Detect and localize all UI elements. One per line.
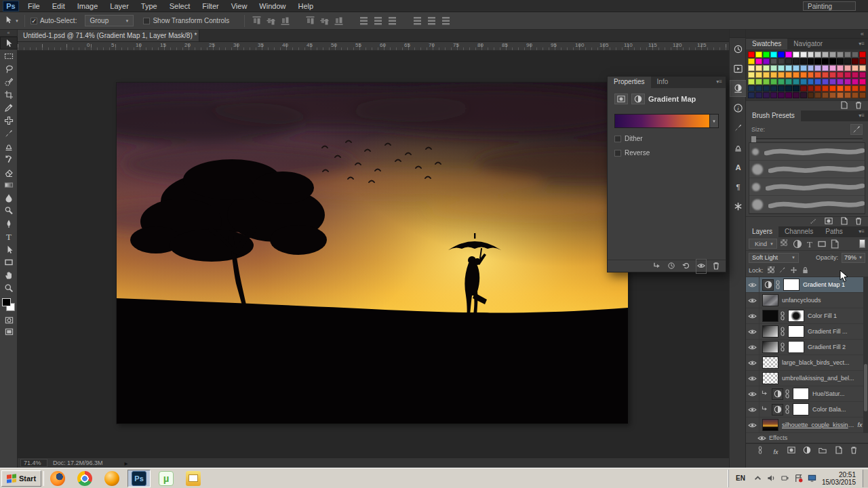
lock-all-icon[interactable] <box>802 266 809 275</box>
menu-select[interactable]: Select <box>163 0 197 12</box>
color-swatch-widget[interactable] <box>0 297 18 314</box>
delete-layer-icon[interactable] <box>850 445 858 457</box>
zoom-tool[interactable] <box>0 281 18 294</box>
layer-row[interactable]: silhouette_couple_kissing_unfx▴ <box>746 418 868 433</box>
layer-name[interactable]: Color Fill 1 <box>808 312 868 319</box>
brush-preset-item[interactable] <box>749 196 865 214</box>
layer-row[interactable]: Gradient Map 1 <box>746 277 868 293</box>
crop-tool[interactable] <box>0 88 18 101</box>
color-swatch[interactable] <box>844 72 851 78</box>
layer-thumbnail[interactable] <box>762 294 778 306</box>
menu-image[interactable]: Image <box>71 0 104 12</box>
collapse-panels-handle[interactable]: « <box>746 30 868 39</box>
previous-state-icon[interactable] <box>667 260 675 272</box>
layer-name[interactable]: Hue/Satur... <box>812 390 868 397</box>
eyedropper-tool[interactable] <box>0 101 18 114</box>
color-swatch[interactable] <box>808 58 814 64</box>
show-transform-checkbox[interactable]: Show Transform Controls <box>143 17 229 24</box>
layer-name[interactable]: Gradient Fill ... <box>808 328 868 335</box>
layer-name[interactable]: silhouette_couple_kissing_un <box>782 422 856 428</box>
color-swatch[interactable] <box>837 92 844 98</box>
document-image[interactable] <box>117 83 628 424</box>
status-flyout-arrow[interactable]: ▸ <box>125 460 128 467</box>
foreground-color-swatch[interactable] <box>2 298 11 306</box>
color-swatch[interactable] <box>800 79 807 85</box>
color-swatch[interactable] <box>808 65 814 71</box>
distribute-right-icon[interactable] <box>441 16 451 26</box>
color-swatch[interactable] <box>770 58 777 64</box>
type-filter-icon[interactable]: T <box>805 239 814 249</box>
color-swatch[interactable] <box>785 79 792 85</box>
adjustment-icon[interactable] <box>772 404 783 415</box>
opacity-dropdown[interactable]: 79% ▼ <box>842 253 865 263</box>
layer-name[interactable]: unfancyclouds <box>782 297 868 304</box>
color-swatch[interactable] <box>770 79 777 85</box>
align-middle-icon[interactable] <box>266 16 276 26</box>
color-swatch[interactable] <box>748 72 755 78</box>
tab-info[interactable]: Info <box>651 77 675 88</box>
color-swatch[interactable] <box>837 85 844 92</box>
menu-file[interactable]: File <box>22 0 46 12</box>
layer-row[interactable]: Color Fill 1 <box>746 308 868 324</box>
color-swatch[interactable] <box>755 92 762 98</box>
color-swatch[interactable] <box>814 65 821 71</box>
visibility-eye-icon[interactable] <box>746 324 760 339</box>
color-swatch[interactable] <box>808 52 814 58</box>
link-layers-icon[interactable] <box>756 445 764 457</box>
menu-filter[interactable]: Filter <box>196 0 224 12</box>
layer-name[interactable]: Gradient Fill 2 <box>808 344 868 350</box>
visibility-eye-icon[interactable] <box>746 340 760 354</box>
layer-name[interactable]: Color Bala... <box>812 406 868 413</box>
orange-orb-taskbar-button[interactable] <box>100 470 123 487</box>
color-swatch[interactable] <box>763 65 770 71</box>
show-desktop-button[interactable] <box>863 470 868 487</box>
layers-scrollbar[interactable] <box>863 277 868 433</box>
layer-mask-thumbnail[interactable] <box>783 279 800 291</box>
add-mask-icon[interactable] <box>787 445 795 457</box>
color-swatch[interactable] <box>748 85 755 92</box>
color-swatch[interactable] <box>822 72 829 78</box>
layer-thumbnail[interactable] <box>762 357 778 369</box>
color-swatch[interactable] <box>770 52 777 58</box>
color-swatch[interactable] <box>763 79 770 85</box>
reset-icon[interactable] <box>682 260 690 272</box>
new-swatch-icon[interactable] <box>840 100 848 112</box>
color-swatch[interactable] <box>763 58 770 64</box>
clone-source-icon[interactable] <box>730 139 747 156</box>
color-swatch[interactable] <box>852 85 859 92</box>
layer-row[interactable]: umbrellakissing_and_bel... <box>746 371 868 386</box>
panel-menu-icon[interactable]: ▾≡ <box>859 226 868 237</box>
color-swatch[interactable] <box>770 85 777 92</box>
distribute-middle-icon[interactable] <box>373 16 383 26</box>
layer-row[interactable]: Gradient Fill ... <box>746 324 868 340</box>
color-swatch[interactable] <box>837 58 844 64</box>
color-swatch[interactable] <box>829 92 836 98</box>
brush-tip-toggle[interactable] <box>850 124 863 135</box>
filter-toggle-switch[interactable] <box>859 239 865 248</box>
tab-brush-presets[interactable]: Brush Presets <box>746 110 801 121</box>
color-swatch[interactable] <box>829 65 836 71</box>
color-swatch[interactable] <box>808 85 814 92</box>
tab-paths[interactable]: Paths <box>819 226 849 237</box>
color-swatch[interactable] <box>844 65 851 71</box>
color-swatch[interactable] <box>808 79 814 85</box>
color-swatch[interactable] <box>793 92 800 98</box>
healing-tool[interactable] <box>0 114 18 127</box>
layer-mask-thumbnail[interactable] <box>788 310 804 322</box>
auto-select-checkbox[interactable]: ✓ Auto-Select: <box>31 17 77 24</box>
tab-swatches[interactable]: Swatches <box>746 39 787 49</box>
color-swatch[interactable] <box>793 72 800 78</box>
menu-layer[interactable]: Layer <box>104 0 135 12</box>
visibility-eye-icon[interactable] <box>746 371 760 386</box>
panel-menu-icon[interactable]: ▾≡ <box>716 77 726 88</box>
layer-row[interactable]: large_black_birds_vect... <box>746 355 868 371</box>
effects-visibility-eye-icon[interactable] <box>746 433 769 443</box>
color-swatch[interactable] <box>837 79 844 85</box>
move-tool[interactable] <box>0 37 18 49</box>
color-swatch[interactable] <box>844 58 851 64</box>
menu-edit[interactable]: Edit <box>46 0 71 12</box>
adjustments-icon[interactable] <box>730 80 747 97</box>
color-swatch[interactable] <box>785 65 792 71</box>
color-swatch[interactable] <box>763 92 770 98</box>
color-swatch[interactable] <box>829 52 836 58</box>
